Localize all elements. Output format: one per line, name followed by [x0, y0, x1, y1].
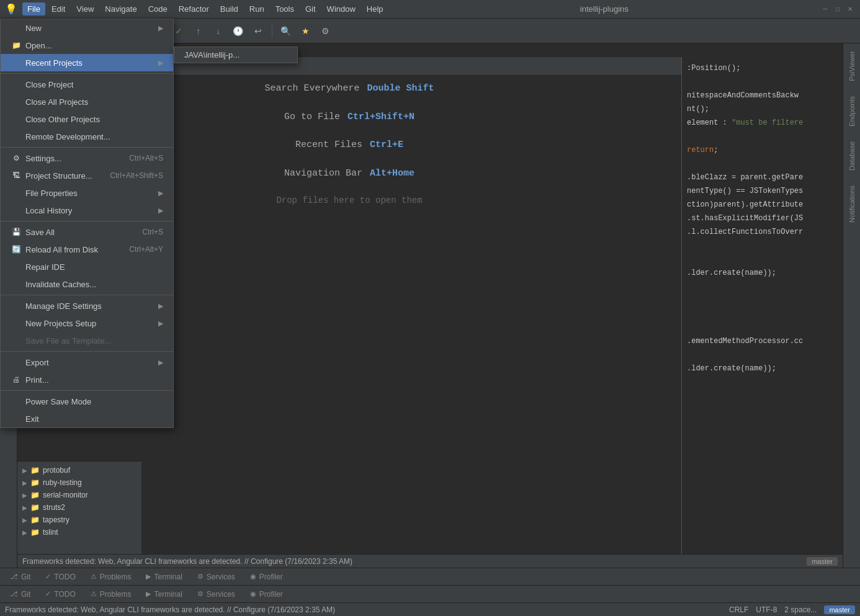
menu-item-open[interactable]: 📁 Open...: [1, 37, 173, 54]
navigation-bar-shortcut: Alt+Home: [370, 166, 414, 182]
menu-item-exit[interactable]: Exit: [1, 410, 173, 427]
menu-item-repair-label: Repair IDE: [25, 262, 65, 272]
new-proj-setup-arrow-icon: ▶: [158, 319, 163, 328]
menu-item-invalidate-caches[interactable]: Invalidate Caches...: [1, 275, 173, 293]
psviewer-label[interactable]: PsiViewer: [844, 43, 859, 89]
close-all-icon: [11, 96, 22, 107]
menu-item-new[interactable]: New ▶: [1, 19, 173, 37]
local-hist-arrow-icon: ▶: [158, 207, 163, 215]
menu-item-settings[interactable]: ⚙ Settings... Ctrl+Alt+S: [1, 150, 173, 167]
menu-item-inv-caches-label: Invalidate Caches...: [25, 280, 96, 289]
tree-item-protobuf[interactable]: ▶ 📁 protobuf: [17, 464, 141, 476]
bottom-tab-todo-2[interactable]: ✓ TODO: [38, 587, 83, 601]
menu-item-remote-dev[interactable]: Remote Development...: [1, 128, 173, 145]
export-arrow-icon: ▶: [158, 359, 163, 367]
menu-item-close-all-projects[interactable]: Close All Projects: [1, 93, 173, 110]
menu-item-file-props-left: File Properties: [11, 187, 78, 199]
new-icon: [11, 22, 22, 33]
code-line-15: [687, 253, 838, 267]
status-bar: Frameworks detected: Web, Angular CLI fr…: [0, 602, 860, 616]
tree-item-tapestry[interactable]: ▶ 📁 tapestry: [17, 514, 141, 526]
code-line-13: .l.collectFunctionsToOverr: [687, 226, 838, 239]
menu-file[interactable]: File: [22, 2, 45, 16]
tree-item-tslint[interactable]: ▶ 📁 tslint: [17, 526, 141, 538]
exit-icon: [11, 413, 22, 424]
database-label[interactable]: Database: [844, 134, 859, 178]
menu-item-recent-left: Recent Projects: [11, 57, 83, 68]
menu-navigate[interactable]: Navigate: [100, 2, 141, 16]
bottom-tab-services-1[interactable]: ⚙ Services: [190, 570, 243, 584]
endpoints-label[interactable]: Endpoints: [844, 89, 859, 134]
maximize-button[interactable]: □: [833, 4, 843, 14]
recent-project-intellij-plugins[interactable]: JAVA\intellij-p...: [174, 47, 297, 63]
menu-item-close-project[interactable]: Close Project: [1, 76, 173, 93]
bottom-tab-todo-1[interactable]: ✓ TODO: [38, 570, 83, 584]
menu-item-recent-projects[interactable]: Recent Projects ▶: [1, 54, 173, 71]
navigation-bar-row: Navigation Bar Alt+Home: [284, 166, 414, 182]
tree-label-serial: serial-monitor: [43, 491, 88, 499]
menu-item-reload-all[interactable]: 🔄 Reload All from Disk Ctrl+Alt+Y: [1, 241, 173, 258]
code-line-19: [687, 308, 838, 321]
menu-item-close-other-projects[interactable]: Close Other Projects: [1, 110, 173, 128]
menu-item-save-all-label: Save All: [25, 228, 55, 237]
menu-item-new-projects-setup[interactable]: New Projects Setup ▶: [1, 315, 173, 332]
menu-sep-5: [1, 351, 173, 352]
menu-item-project-structure[interactable]: 🏗 Project Structure... Ctrl+Alt+Shift+S: [1, 167, 173, 184]
services-tab-label-2: Services: [207, 590, 235, 599]
toolbar-git-pull-button[interactable]: ↓: [210, 22, 227, 40]
menu-edit[interactable]: Edit: [47, 2, 70, 16]
menu-item-local-hist-left: Local History: [11, 205, 72, 216]
toolbar-git-history-button[interactable]: 🕐: [230, 22, 247, 40]
menu-git[interactable]: Git: [300, 2, 321, 16]
terminal-icon-1: ▶: [146, 573, 151, 581]
menu-refactor[interactable]: Refactor: [174, 2, 214, 16]
close-button[interactable]: ✕: [845, 4, 855, 14]
search-everywhere-shortcut: Double Shift: [367, 81, 434, 97]
menu-build[interactable]: Build: [215, 2, 243, 16]
menu-item-file-props-label: File Properties: [25, 189, 78, 198]
menu-item-print[interactable]: 🖨 Print...: [1, 371, 173, 388]
bottom-tab-git-1[interactable]: ⎇ Git: [2, 570, 38, 584]
bottom-tab-services-2[interactable]: ⚙ Services: [190, 587, 243, 601]
menu-item-power-save[interactable]: Power Save Mode: [1, 393, 173, 410]
tree-item-struts2[interactable]: ▶ 📁 struts2: [17, 501, 141, 514]
tree-item-ruby-testing[interactable]: ▶ 📁 ruby-testing: [17, 476, 141, 489]
bottom-tab-problems-2[interactable]: ⚠ Problems: [83, 587, 139, 601]
toolbar-settings-button[interactable]: ⚙: [317, 22, 334, 40]
bottom-tab-terminal-2[interactable]: ▶ Terminal: [138, 587, 189, 601]
menu-item-new-left: New: [11, 22, 42, 33]
tree-item-serial-monitor[interactable]: ▶ 📁 serial-monitor: [17, 489, 141, 501]
menu-item-export[interactable]: Export ▶: [1, 354, 173, 371]
menu-run[interactable]: Run: [244, 2, 269, 16]
menu-tools[interactable]: Tools: [271, 2, 299, 16]
bottom-tab-terminal-1[interactable]: ▶ Terminal: [138, 570, 189, 584]
toolbar-search-button[interactable]: 🔍: [277, 22, 295, 40]
profiler-tab-label-2: Profiler: [259, 590, 283, 599]
menu-item-file-properties[interactable]: File Properties ▶: [1, 184, 173, 202]
menu-help[interactable]: Help: [362, 2, 388, 16]
open-icon: 📁: [11, 40, 22, 51]
goto-file-label: Go to File: [284, 109, 340, 125]
code-line-18: [687, 294, 838, 308]
toolbar-bookmark-button[interactable]: ★: [297, 22, 315, 40]
menu-item-manage-ide[interactable]: Manage IDE Settings ▶: [1, 297, 173, 315]
bottom-tab-git-2[interactable]: ⎇ Git: [2, 587, 38, 601]
menu-item-repair-ide[interactable]: Repair IDE: [1, 258, 173, 275]
menu-item-local-history[interactable]: Local History ▶: [1, 202, 173, 219]
menu-item-close-label: Close Project: [25, 80, 73, 89]
settings-icon: ⚙: [11, 153, 22, 164]
bottom-tab-profiler-2[interactable]: ◉ Profiler: [243, 587, 290, 601]
menu-item-print-label: Print...: [25, 375, 49, 385]
menu-view[interactable]: View: [71, 2, 99, 16]
menu-item-save-all[interactable]: 💾 Save All Ctrl+S: [1, 223, 173, 241]
menu-code[interactable]: Code: [143, 2, 172, 16]
notifications-label[interactable]: Notifications: [844, 178, 859, 230]
minimize-button[interactable]: ─: [820, 4, 830, 14]
bottom-tab-problems-1[interactable]: ⚠ Problems: [83, 570, 139, 584]
menu-window[interactable]: Window: [322, 2, 361, 16]
close-project-icon: [11, 79, 22, 90]
folder-icon-tslint: 📁: [30, 528, 40, 537]
bottom-tab-profiler-1[interactable]: ◉ Profiler: [243, 570, 290, 584]
toolbar-git-push-button[interactable]: ↑: [190, 22, 207, 40]
toolbar-git-revert-button[interactable]: ↩: [249, 22, 267, 40]
